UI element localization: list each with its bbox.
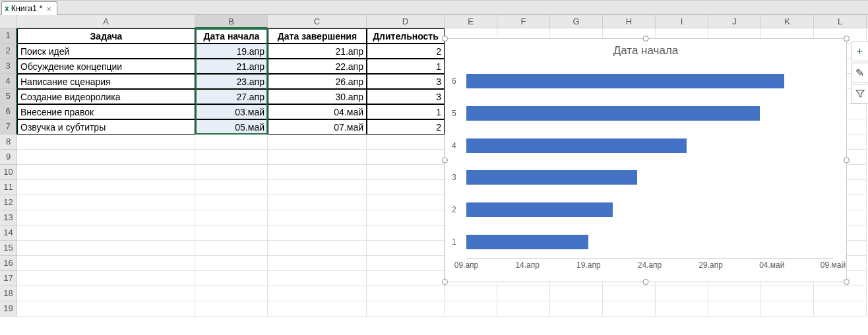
cell-C9[interactable] <box>268 150 367 165</box>
row-header-15[interactable]: 15 <box>0 241 17 256</box>
add-tab-button[interactable] <box>60 3 75 15</box>
row-header-19[interactable]: 19 <box>0 301 17 317</box>
chart-styles-button[interactable]: ✎ <box>851 63 868 82</box>
cell-B15[interactable] <box>195 241 268 256</box>
cell-B9[interactable] <box>195 150 268 165</box>
cell-A5[interactable]: Создание видеоролика <box>17 89 195 104</box>
row-header-1[interactable]: 1 <box>0 28 17 44</box>
cell-L19[interactable] <box>814 301 867 317</box>
row-header-14[interactable]: 14 <box>0 226 17 241</box>
cell-A6[interactable]: Внесение правок <box>17 104 195 119</box>
cell-C2[interactable]: 21.апр <box>268 44 367 59</box>
col-header-I[interactable]: I <box>656 15 708 28</box>
col-header-C[interactable]: C <box>268 15 367 28</box>
cell-C11[interactable] <box>268 180 367 195</box>
cell-A16[interactable] <box>17 256 195 271</box>
col-header-J[interactable]: J <box>708 15 761 28</box>
col-header-H[interactable]: H <box>603 15 656 28</box>
cell-grid[interactable]: Задача Дата начала Дата завершения Длите… <box>17 28 867 317</box>
row-header-3[interactable]: 3 <box>0 59 17 74</box>
cell-D14[interactable] <box>367 226 445 241</box>
row-header-5[interactable]: 5 <box>0 89 17 104</box>
cell-A7[interactable]: Озвучка и субтитры <box>17 119 195 135</box>
cell-C6[interactable]: 04.май <box>268 104 367 119</box>
cell-B18[interactable] <box>195 286 268 301</box>
cell-B12[interactable] <box>195 195 268 210</box>
resize-handle-sw[interactable] <box>442 279 448 285</box>
resize-handle-se[interactable] <box>844 279 850 285</box>
cell-D5[interactable]: 3 <box>367 89 445 104</box>
cell-D13[interactable] <box>367 210 445 226</box>
cell-A10[interactable] <box>17 165 195 180</box>
embedded-chart[interactable]: Дата начала 654321 09.апр14.апр19.апр24.… <box>445 38 847 282</box>
cell-K19[interactable] <box>761 301 814 317</box>
cell-C1[interactable]: Дата завершения <box>268 28 367 44</box>
cell-B2[interactable]: 19.апр <box>195 44 268 59</box>
cell-D6[interactable]: 1 <box>367 104 445 119</box>
row-header-9[interactable]: 9 <box>0 150 17 165</box>
cell-K18[interactable] <box>761 286 814 301</box>
cell-D16[interactable] <box>367 256 445 271</box>
cell-B17[interactable] <box>195 271 268 286</box>
cell-C8[interactable] <box>268 135 367 150</box>
cell-D11[interactable] <box>367 180 445 195</box>
cell-D7[interactable]: 2 <box>367 119 445 135</box>
row-header-13[interactable]: 13 <box>0 210 17 226</box>
chart-bar[interactable] <box>466 170 637 185</box>
cell-C16[interactable] <box>268 256 367 271</box>
cell-B3[interactable]: 21.апр <box>195 59 268 74</box>
cell-J19[interactable] <box>708 301 761 317</box>
row-header-18[interactable]: 18 <box>0 286 17 301</box>
cell-C13[interactable] <box>268 210 367 226</box>
cell-D19[interactable] <box>367 301 445 317</box>
cell-D4[interactable]: 3 <box>367 74 445 89</box>
cell-B19[interactable] <box>195 301 268 317</box>
cell-A19[interactable] <box>17 301 195 317</box>
row-header-4[interactable]: 4 <box>0 74 17 89</box>
cell-C18[interactable] <box>268 286 367 301</box>
cell-C17[interactable] <box>268 271 367 286</box>
cell-D1[interactable]: Длительность <box>367 28 445 44</box>
cell-A3[interactable]: Обсуждение концепции <box>17 59 195 74</box>
cell-C5[interactable]: 30.апр <box>268 89 367 104</box>
col-header-B[interactable]: B <box>195 15 268 28</box>
cell-L18[interactable] <box>814 286 867 301</box>
col-header-F[interactable]: F <box>497 15 550 28</box>
cell-A9[interactable] <box>17 150 195 165</box>
col-header-K[interactable]: K <box>761 15 814 28</box>
cell-A2[interactable]: Поиск идей <box>17 44 195 59</box>
row-header-6[interactable]: 6 <box>0 104 17 119</box>
cell-D3[interactable]: 1 <box>367 59 445 74</box>
cell-C15[interactable] <box>268 241 367 256</box>
cell-A4[interactable]: Написание сценария <box>17 74 195 89</box>
cell-D9[interactable] <box>367 150 445 165</box>
cell-A18[interactable] <box>17 286 195 301</box>
chart-bar[interactable] <box>466 202 613 217</box>
cell-E19[interactable] <box>445 301 497 317</box>
cell-C12[interactable] <box>268 195 367 210</box>
cell-J18[interactable] <box>708 286 761 301</box>
cell-I18[interactable] <box>656 286 708 301</box>
cell-A13[interactable] <box>17 210 195 226</box>
select-all-corner[interactable] <box>0 15 17 28</box>
resize-handle-n[interactable] <box>643 36 649 42</box>
cell-D18[interactable] <box>367 286 445 301</box>
cell-B14[interactable] <box>195 226 268 241</box>
cell-A12[interactable] <box>17 195 195 210</box>
cell-B16[interactable] <box>195 256 268 271</box>
cell-D17[interactable] <box>367 271 445 286</box>
row-header-12[interactable]: 12 <box>0 195 17 210</box>
cell-C19[interactable] <box>268 301 367 317</box>
cell-G18[interactable] <box>550 286 603 301</box>
cell-C14[interactable] <box>268 226 367 241</box>
cell-A8[interactable] <box>17 135 195 150</box>
chart-x-axis[interactable]: 09.апр14.апр19.апр24.апр29.апр04.май09.м… <box>466 260 833 272</box>
col-header-A[interactable]: A <box>17 15 195 28</box>
cell-F18[interactable] <box>497 286 550 301</box>
cell-G19[interactable] <box>550 301 603 317</box>
cell-D15[interactable] <box>367 241 445 256</box>
col-header-L[interactable]: L <box>814 15 867 28</box>
resize-handle-e[interactable] <box>844 158 850 164</box>
cell-D12[interactable] <box>367 195 445 210</box>
row-header-10[interactable]: 10 <box>0 165 17 180</box>
